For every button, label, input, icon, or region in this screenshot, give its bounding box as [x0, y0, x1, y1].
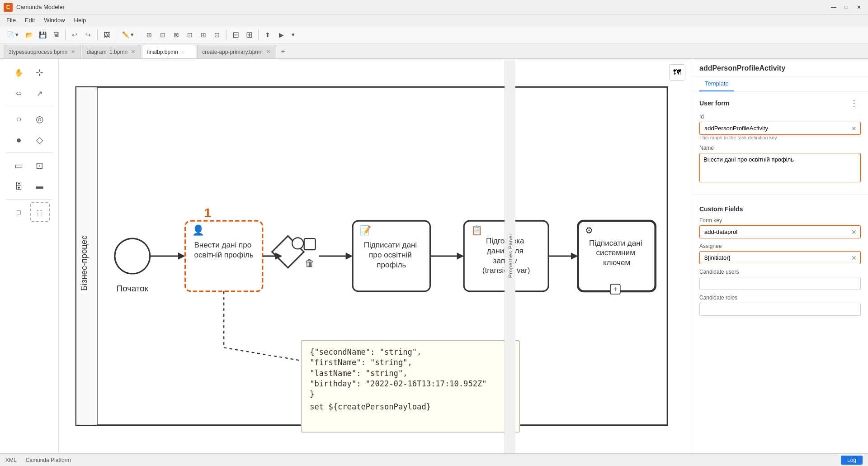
more-chevron: ▾	[292, 31, 295, 38]
add-tab-button[interactable]: +	[277, 46, 289, 57]
props-customfields-title: Custom Fields	[699, 205, 743, 213]
arrowhead-1	[178, 252, 185, 260]
props-candidate-roles-input[interactable]	[703, 303, 858, 315]
run-button[interactable]: ▶	[275, 29, 288, 41]
props-header: addPersonProfileActivity	[692, 59, 868, 76]
frame-tool[interactable]: ⬚	[30, 202, 50, 222]
task4-plus: +	[613, 285, 617, 293]
task-tool[interactable]: ▭	[9, 156, 29, 176]
tab-3types-close[interactable]: ✕	[70, 49, 76, 55]
pen-icon: ✏️	[122, 31, 129, 38]
close-button[interactable]: ✕	[854, 3, 864, 12]
task3-icon: 📋	[471, 225, 483, 236]
toolbar: 📄 ▾ 📂 💾 🖫 ↩ ↪ 🖼 ✏️ ▾ ⊞ ⊟ ⊠ ⊡ ⊞ ⊟ ⊟ ⊞ ⬆ ▶…	[0, 26, 868, 43]
hand-tool[interactable]: ✋	[9, 62, 29, 82]
log-button[interactable]: Log	[841, 456, 863, 465]
props-id-label: Id	[699, 114, 861, 120]
align-right-button[interactable]: ⊠	[170, 29, 183, 41]
tab-create-app[interactable]: create-app-primary.bpmn ✕	[197, 45, 276, 58]
props-assignee-clear[interactable]: ✕	[850, 254, 858, 262]
end-event-tool[interactable]: ●	[9, 130, 29, 150]
new-dropdown[interactable]: 📄 ▾	[4, 30, 22, 39]
props-userform-header: User form ⋮	[699, 97, 861, 109]
spacing-button[interactable]: ⊟	[211, 29, 223, 41]
more-dropdown[interactable]: ▾	[288, 30, 298, 39]
separator-3	[116, 29, 116, 40]
props-id-input[interactable]	[703, 122, 850, 134]
props-name-textarea[interactable]: Внести дані про освітній профіль	[700, 153, 860, 181]
pen-dropdown[interactable]: ✏️ ▾	[119, 30, 137, 39]
tab-diagram1[interactable]: diagram_1.bpmn ✕	[82, 45, 141, 58]
tab-diagram1-close[interactable]: ✕	[130, 49, 136, 55]
undo-button[interactable]: ↩	[68, 29, 81, 41]
start-event[interactable]	[115, 238, 150, 274]
tab-finalbp-label: finalbp.bpmn	[147, 49, 178, 55]
redo-button[interactable]: ↪	[82, 29, 94, 41]
maximize-button[interactable]: □	[841, 3, 852, 12]
props-formkey-wrapper: ✕	[699, 225, 861, 238]
properties-panel: addPersonProfileActivity Template User f…	[692, 59, 868, 453]
app-title: Camunda Modeler	[16, 4, 828, 10]
subprocess-tool[interactable]: ⊡	[30, 156, 50, 176]
properties-panel-label: Properties Panel	[505, 59, 515, 453]
align-left-button[interactable]: ⊞	[143, 29, 156, 41]
tool-separator-3	[6, 199, 52, 200]
props-assignee-input[interactable]	[703, 252, 850, 264]
zoom-out-button[interactable]: ⊟	[229, 29, 242, 41]
tab-3types[interactable]: 3typessubprocess.bpmn ✕	[4, 45, 81, 58]
props-candidate-roles-label: Candidate roles	[699, 295, 861, 301]
save-button[interactable]: 💾	[36, 29, 49, 41]
menu-window[interactable]: Window	[39, 16, 69, 24]
pen-chevron: ▾	[131, 31, 134, 38]
menu-help[interactable]: Help	[70, 16, 91, 24]
left-toolbar: ✋ ⊹ ⬄ ↗ ○ ◎ ● ◇ ▭ ⊡ 🗄 ▬ □ ⬚	[0, 59, 59, 453]
text-tool[interactable]: □	[9, 202, 29, 222]
tool-separator-2	[6, 152, 52, 153]
intermediate-event[interactable]	[292, 238, 303, 249]
props-customfields-header: Custom Fields	[699, 205, 861, 213]
move-tool[interactable]: ⬄	[9, 83, 29, 103]
gateway-tool[interactable]: ◇	[30, 130, 50, 150]
props-userform-title: User form	[699, 100, 729, 107]
props-more-button[interactable]: ⋮	[847, 97, 861, 109]
distribute-v-button[interactable]: ⊞	[197, 29, 210, 41]
tool-separator-1	[6, 106, 52, 106]
new-icon: 📄	[7, 31, 14, 38]
props-candidate-users-input[interactable]	[703, 277, 858, 290]
open-button[interactable]: 📂	[23, 29, 35, 41]
props-divider-1	[692, 194, 868, 195]
flow-number: 1	[204, 206, 212, 220]
image-export-button[interactable]: 🖼	[100, 29, 113, 41]
properties-panel-side-text: Properties Panel	[508, 234, 513, 278]
menu-edit[interactable]: Edit	[20, 16, 39, 24]
props-formkey-clear[interactable]: ✕	[850, 228, 858, 236]
props-id-clear[interactable]: ✕	[850, 125, 858, 132]
align-center-button[interactable]: ⊟	[156, 29, 169, 41]
props-formkey-input[interactable]	[703, 226, 850, 238]
intermediate-event-tool[interactable]: ◎	[30, 109, 50, 129]
props-id-wrapper: ✕	[699, 122, 861, 135]
start-event-tool[interactable]: ○	[9, 109, 29, 129]
separator-6	[258, 29, 259, 40]
minimize-button[interactable]: —	[828, 3, 839, 12]
props-section-userform: User form ⋮ Id ✕ This maps to the task d…	[692, 92, 868, 192]
cylinder-tool[interactable]: ▬	[30, 176, 50, 196]
lasso-tool[interactable]: ⊹	[30, 62, 50, 82]
create-connect-tool[interactable]: ↗	[30, 83, 50, 103]
save-as-button[interactable]: 🖫	[50, 29, 62, 41]
subprocess-marker[interactable]	[304, 238, 316, 250]
tab-finalbp[interactable]: finalbp.bpmn ○	[142, 45, 196, 58]
tab-create-app-close[interactable]: ✕	[265, 49, 271, 55]
props-assignee-wrapper: ✕	[699, 251, 861, 264]
props-tab-template[interactable]: Template	[699, 76, 734, 91]
props-id-hint: This maps to the task definition key	[699, 135, 861, 140]
props-candidate-roles-wrapper	[699, 303, 861, 316]
props-section-customfields: Custom Fields Form key ✕ Assignee ✕	[692, 200, 868, 326]
zoom-in-button[interactable]: ⊞	[243, 29, 255, 41]
deploy-button[interactable]: ⬆	[261, 29, 274, 41]
distribute-h-button[interactable]: ⊡	[184, 29, 196, 41]
props-field-candidate-roles: Candidate roles	[699, 295, 861, 316]
data-store-tool[interactable]: 🗄	[9, 176, 29, 196]
props-title: addPersonProfileActivity	[699, 64, 861, 72]
menu-file[interactable]: File	[2, 16, 20, 24]
